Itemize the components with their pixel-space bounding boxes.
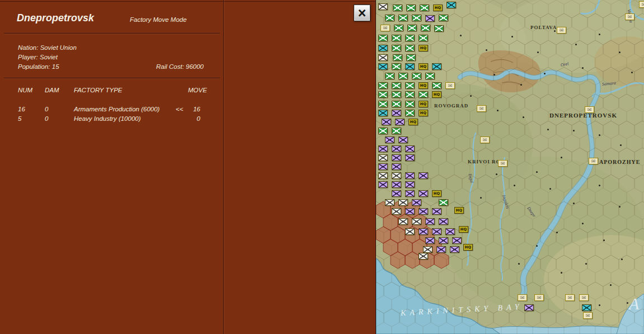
city-depot-counter[interactable]: ✉ <box>625 13 634 20</box>
city-depot-counter[interactable]: ✉ <box>583 312 593 319</box>
factory-type[interactable]: Heavy Industry (10000) <box>74 115 141 122</box>
unit-counter[interactable] <box>398 15 408 21</box>
unit-counter[interactable] <box>378 145 388 152</box>
unit-counter[interactable] <box>419 190 428 197</box>
unit-counter[interactable] <box>423 246 433 253</box>
unit-counter[interactable] <box>405 35 415 41</box>
unit-counter[interactable] <box>425 237 435 244</box>
unit-counter[interactable] <box>392 45 401 51</box>
unit-counter[interactable] <box>405 228 415 235</box>
unit-counter[interactable] <box>434 25 444 32</box>
hq-unit-counter[interactable]: HQ <box>419 82 428 89</box>
unit-counter[interactable] <box>395 119 405 125</box>
unit-counter[interactable] <box>450 246 459 253</box>
unit-counter[interactable] <box>412 218 421 225</box>
unit-counter[interactable] <box>419 228 428 235</box>
unit-counter[interactable] <box>405 181 415 188</box>
unit-counter[interactable] <box>405 45 415 51</box>
unit-counter[interactable] <box>378 45 388 51</box>
unit-counter[interactable] <box>405 190 415 197</box>
unit-counter[interactable] <box>392 190 401 197</box>
unit-counter[interactable] <box>432 208 441 215</box>
unit-counter[interactable] <box>419 35 428 41</box>
unit-counter[interactable] <box>439 218 448 225</box>
map-viewport[interactable]: POLTAVAROVOGRADDNEPROPETROVSKKRIVOI ROGA… <box>376 0 644 334</box>
unit-counter[interactable] <box>378 35 388 41</box>
unit-counter[interactable] <box>385 199 394 206</box>
city-depot-counter[interactable]: ✉ <box>585 106 594 113</box>
unit-counter[interactable] <box>524 304 534 311</box>
unit-counter[interactable] <box>392 101 401 107</box>
city-depot-counter[interactable]: ✉ <box>534 294 544 301</box>
unit-counter[interactable] <box>412 73 421 79</box>
unit-counter[interactable] <box>398 199 408 206</box>
city-depot-counter[interactable]: ✉ <box>498 160 507 167</box>
hq-unit-counter[interactable]: HQ <box>432 91 441 98</box>
unit-counter[interactable] <box>378 101 388 107</box>
unit-counter[interactable] <box>419 253 428 260</box>
hq-unit-counter[interactable]: HQ <box>408 119 418 125</box>
unit-counter[interactable] <box>392 145 401 152</box>
unit-counter[interactable] <box>392 172 401 179</box>
unit-counter[interactable] <box>378 110 388 116</box>
hq-unit-counter[interactable]: HQ <box>419 45 428 51</box>
unit-counter[interactable] <box>419 91 428 98</box>
unit-counter[interactable] <box>385 137 394 143</box>
unit-counter[interactable] <box>439 237 448 244</box>
unit-counter[interactable] <box>394 25 403 31</box>
hq-unit-counter[interactable]: HQ <box>419 110 428 116</box>
city-depot-counter[interactable]: ✉ <box>477 105 486 112</box>
city-depot-counter[interactable]: ✉ <box>639 1 644 8</box>
city-depot-counter[interactable]: ✉ <box>565 294 575 301</box>
unit-counter[interactable] <box>398 137 408 143</box>
unit-counter[interactable] <box>432 82 441 89</box>
unit-counter[interactable] <box>392 82 401 89</box>
unit-counter[interactable] <box>439 15 448 21</box>
unit-counter[interactable] <box>439 199 448 206</box>
unit-counter[interactable] <box>378 63 388 70</box>
unit-counter[interactable] <box>392 110 401 116</box>
unit-counter[interactable] <box>385 15 394 21</box>
city-depot-counter[interactable]: ✉ <box>445 82 455 89</box>
unit-counter[interactable] <box>392 35 401 41</box>
close-button[interactable]: × <box>354 4 370 21</box>
unit-counter[interactable] <box>392 181 401 188</box>
unit-counter[interactable] <box>421 25 430 31</box>
unit-counter[interactable] <box>398 73 408 79</box>
unit-counter[interactable] <box>393 4 402 11</box>
unit-counter[interactable] <box>425 73 435 79</box>
unit-counter[interactable] <box>393 54 402 61</box>
unit-counter[interactable] <box>392 163 401 170</box>
unit-counter[interactable] <box>405 63 415 70</box>
unit-counter[interactable] <box>378 128 388 134</box>
unit-counter[interactable] <box>378 181 388 188</box>
unit-counter[interactable] <box>406 54 416 61</box>
unit-counter[interactable] <box>405 91 415 98</box>
move-factory-control[interactable]: << <box>176 106 183 112</box>
unit-counter[interactable] <box>419 208 428 215</box>
hq-unit-counter[interactable]: HQ <box>459 226 468 233</box>
factory-type[interactable]: Armaments Production (6000) <box>74 106 159 112</box>
unit-counter[interactable] <box>432 63 441 70</box>
hq-unit-counter[interactable]: HQ <box>419 63 428 70</box>
city-depot-counter[interactable]: ✉ <box>579 294 589 301</box>
unit-counter[interactable] <box>405 208 415 215</box>
unit-counter[interactable] <box>405 101 415 107</box>
city-depot-counter[interactable]: ✉ <box>480 137 490 143</box>
unit-counter[interactable] <box>445 228 455 235</box>
city-depot-counter[interactable]: ✉ <box>589 158 598 164</box>
unit-counter[interactable] <box>412 199 421 206</box>
unit-counter[interactable] <box>392 208 401 215</box>
unit-counter[interactable] <box>405 145 415 152</box>
unit-counter[interactable] <box>406 4 416 11</box>
unit-counter[interactable] <box>382 119 391 125</box>
hq-unit-counter[interactable]: HQ <box>463 244 473 251</box>
unit-counter[interactable] <box>378 91 388 98</box>
unit-counter[interactable] <box>420 4 429 11</box>
unit-counter[interactable] <box>436 246 446 253</box>
hq-unit-counter[interactable]: HQ <box>454 207 464 214</box>
city-depot-counter[interactable]: ✉ <box>380 25 390 31</box>
unit-counter[interactable] <box>412 15 421 21</box>
unit-counter[interactable] <box>378 82 388 89</box>
unit-counter[interactable] <box>392 128 401 134</box>
